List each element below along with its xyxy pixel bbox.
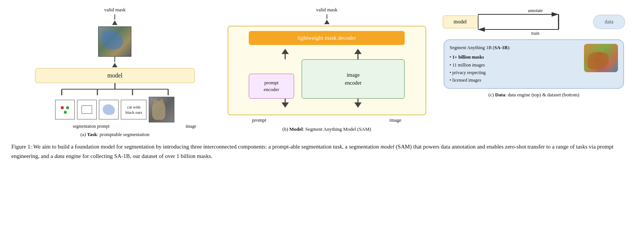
panel-c-diagram: model: [439, 7, 629, 89]
caption-c: (c) Data: data engine (top) & dataset (b…: [488, 92, 579, 98]
b-branch-mid: [249, 49, 405, 59]
c-model-box: model: [443, 15, 478, 28]
sa1b-title-bold: SA-1B: [495, 45, 508, 50]
b-bottom-arrows: [249, 99, 405, 108]
b-top-label: valid mask: [316, 7, 337, 25]
sa1b-title: Segment Anything 1B (SA-1B):: [450, 44, 581, 52]
seg-prompt-sublabel: segmentation prompt: [15, 124, 167, 128]
branch-section-a: [35, 83, 195, 97]
b-decoder-section: lightweight mask decoder: [235, 31, 419, 59]
valid-mask-label-b: valid mask: [316, 7, 337, 13]
sa1b-b4-text: licensed images: [452, 77, 481, 83]
cat-image-inner: [99, 27, 131, 56]
caption-c-prefix: (c): [488, 92, 495, 98]
arrow-up-a: [112, 20, 117, 25]
c-arrows-section: annotate train: [478, 7, 593, 37]
b-image-label: image: [390, 117, 416, 123]
svg-marker-17: [478, 27, 485, 32]
image-prompt-box: [149, 97, 174, 122]
rect-prompt: [82, 105, 92, 114]
panel-b-outer: lightweight mask decoder: [228, 26, 426, 115]
sa1b-wrapper: Segment Anything 1B (SA-1B): • 1+ billio…: [439, 37, 629, 89]
sa1b-image: [584, 44, 618, 72]
dot-green1: [66, 106, 69, 109]
svg-marker-7: [282, 49, 289, 54]
panel-b: valid mask lightweight mask decoder: [219, 7, 435, 138]
figure-caption-italic1: task: [333, 144, 342, 150]
image-prompt-inner: [149, 97, 174, 122]
figure-caption: Figure 1: We aim to build a foundation m…: [11, 142, 633, 161]
svg-marker-9: [354, 49, 362, 54]
caption-c-bold: Data: [495, 92, 505, 98]
b-bottom-svg: [249, 99, 405, 108]
c-data-box: data: [593, 15, 625, 29]
mask-decoder-box: lightweight mask decoder: [249, 31, 405, 45]
sa1b-bullet1: • 1+ billion masks: [450, 53, 581, 61]
caption-a-prefix: (a): [80, 132, 87, 137]
rect-prompt-box: [77, 100, 97, 119]
sa1b-box: Segment Anything 1B (SA-1B): • 1+ billio…: [444, 39, 624, 89]
caption-a-bold: Task: [87, 132, 97, 137]
caption-b: (b) Model: Segment Anything Model (SAM): [282, 126, 371, 132]
c-top-row: model: [439, 7, 629, 37]
caption-b-bold: Model: [289, 126, 302, 132]
valid-mask-label-a: valid mask: [104, 7, 126, 13]
image-encoder-box: image encoder: [302, 59, 405, 99]
figure-caption-text3: , a segmentation: [342, 144, 381, 150]
blob-prompt: [103, 104, 115, 115]
dot-red: [61, 106, 64, 109]
prompt-encoder-box: prompt encoder: [249, 74, 294, 99]
arrow-line-a-top: [114, 14, 115, 20]
caption-b-rest: : Segment Anything Model (SAM): [303, 126, 371, 132]
sa1b-text: Segment Anything 1B (SA-1B): • 1+ billio…: [450, 44, 581, 84]
sa1b-b3-text: privacy respecting: [452, 70, 485, 75]
caption-c-rest: : data engine (top) & dataset (bottom): [505, 92, 579, 98]
svg-marker-11: [282, 102, 289, 108]
branch-svg-a: [35, 83, 195, 95]
sa1b-b2-text: 11 million images: [452, 62, 485, 68]
sa1b-bullet3: • privacy respecting: [450, 69, 581, 76]
sa1b-b1-text: 1+ billion masks: [452, 54, 484, 60]
sa1b-title-end: ):: [507, 45, 510, 50]
b-arrow-up-top: [324, 20, 330, 24]
b-prompt-label: prompt: [238, 117, 266, 123]
figure-caption-text1: Figure 1: We aim to build a foundation m…: [11, 144, 333, 150]
blob-prompt-box: [99, 100, 119, 119]
arrow-to-model-a: [112, 63, 117, 67]
b-mid-row: prompt encoder image encoder: [249, 59, 405, 99]
model-box-a: model: [35, 68, 195, 83]
prompt-image-labels: segmentation prompt image: [15, 124, 215, 128]
panel-c: model: [435, 7, 633, 138]
caption-b-prefix: (b): [282, 126, 289, 132]
dot-green2: [64, 111, 67, 114]
panel-a-diagram: valid mask model: [15, 7, 215, 128]
b-labels-row: prompt image: [238, 117, 416, 123]
figure-caption-italic3: data: [54, 153, 65, 159]
cat-text: cat with black ears: [125, 104, 142, 115]
vline-a-1: [114, 57, 115, 62]
panel-a: valid mask model: [11, 7, 219, 138]
cat-mask-overlay: [102, 31, 123, 50]
cat-image-box: [98, 26, 131, 57]
caption-a-rest: : promptable segmentation: [97, 132, 149, 137]
b-mid-svg: [249, 49, 405, 59]
image-sublabel-a: image: [167, 124, 215, 128]
figures-row: valid mask model: [11, 7, 633, 138]
b-vline-top: [327, 14, 327, 19]
dot-prompt-box: [55, 100, 75, 119]
sa1b-bullet2: • 11 million images: [450, 61, 581, 69]
caption-a: (a) Task: promptable segmentation: [80, 132, 149, 138]
image-encoder-label: image encoder: [345, 72, 361, 86]
svg-marker-15: [552, 12, 558, 17]
figure-caption-italic2: model: [381, 144, 394, 150]
model-label-a: model: [107, 72, 122, 79]
svg-marker-13: [354, 102, 362, 108]
c-annotate-label: annotate: [528, 8, 543, 13]
text-prompt-box: cat with black ears: [121, 100, 146, 119]
sa1b-bullet4: • licensed images: [450, 76, 581, 84]
c-model-label: model: [454, 19, 467, 25]
c-train-label: train: [532, 31, 539, 36]
sa1b-title-span1: Segment Anything 1B (: [450, 45, 494, 50]
mask-decoder-label: lightweight mask decoder: [297, 35, 356, 41]
c-data-label: data: [605, 19, 613, 25]
